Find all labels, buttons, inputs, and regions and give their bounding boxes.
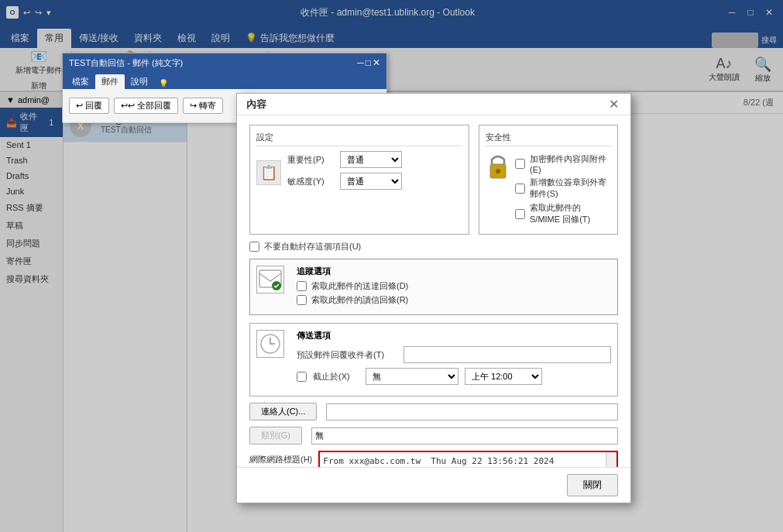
- inner-tab-mail[interactable]: 郵件: [95, 74, 125, 89]
- inner-dialog-controls: ─ □ ✕: [357, 57, 380, 68]
- tracking-section-label: 追蹤選項: [297, 266, 408, 277]
- expires-row: 截止於(X) 無 上午 12:00: [297, 368, 611, 385]
- modal-body: 設定 📋 重要性(P) 普通 低 高: [237, 115, 630, 467]
- smime-receipt-label: 索取此郵件的 S/MIME 回條(T): [530, 202, 611, 225]
- tracking-icon: [256, 266, 284, 293]
- modal-title-bar: 內容 ✕: [237, 94, 630, 115]
- reply-to-input[interactable]: [404, 346, 611, 363]
- inner-forward-btn[interactable]: ↪ 轉寄: [183, 98, 223, 114]
- scrollbar-track: [606, 452, 616, 467]
- contacts-categories-row: 連絡人(C)...: [249, 403, 618, 420]
- settings-title: 設定: [256, 132, 462, 146]
- encrypt-option: 加密郵件內容與附件(E): [515, 153, 611, 174]
- inner-dialog-title-bar: TEST自動回信 - 郵件 (純文字) ─ □ ✕: [63, 53, 386, 72]
- reply-to-label: 預設郵件回覆收件者(T): [297, 349, 397, 361]
- lock-icon: [486, 151, 510, 182]
- close-footer-button[interactable]: 關閉: [567, 474, 618, 496]
- smime-receipt-option: 索取此郵件的 S/MIME 回條(T): [515, 202, 611, 225]
- outlook-window: O ↩ ↪ ▾ 收件匣 - admin@test1.ublink.org - O…: [0, 0, 783, 532]
- internet-headers-row: 網際網路標題(H) From xxx@abc.com.tw Thu Aug 22…: [249, 451, 618, 467]
- modal-title: 內容: [246, 98, 266, 112]
- no-auto-save-label: 不要自動封存這個項目(U): [264, 241, 361, 252]
- delivery-section: 傳送選項 預設郵件回覆收件者(T) 截止於(X) 無: [249, 323, 618, 396]
- read-receipt-checkbox[interactable]: [297, 295, 307, 305]
- importance-icon: 📋: [256, 160, 281, 185]
- read-receipt-label: 索取此郵件的讀信回條(R): [311, 294, 408, 306]
- internet-headers-box: From xxx@abc.com.tw Thu Aug 22 13:56:21 …: [318, 451, 618, 467]
- settings-security-row: 設定 📋 重要性(P) 普通 低 高: [249, 125, 618, 235]
- delivery-receipt-label: 索取此郵件的送達回條(D): [311, 280, 408, 292]
- encrypt-checkbox[interactable]: [515, 159, 525, 169]
- contacts-button[interactable]: 連絡人(C)...: [249, 403, 317, 420]
- importance-label: 重要性(P): [287, 154, 334, 166]
- digital-sign-label: 新增數位簽章到外寄郵件(S): [530, 177, 611, 200]
- smime-receipt-checkbox[interactable]: [515, 209, 525, 219]
- categories-row: 類別(G): [249, 427, 618, 444]
- security-options: 加密郵件內容與附件(E) 新增數位簽章到外寄郵件(S) 索取此郵件的 S/MIM…: [515, 151, 611, 228]
- inner-close-btn[interactable]: ✕: [373, 57, 380, 68]
- inner-dialog-title-text: TEST自動回信 - 郵件 (純文字): [69, 57, 183, 69]
- no-auto-save-row: 不要自動封存這個項目(U): [249, 241, 618, 252]
- tracking-section: 追蹤選項 索取此郵件的送達回條(D) 索取此郵件的讀信回條(R): [249, 259, 618, 315]
- inner-maximize-btn[interactable]: □: [366, 57, 371, 68]
- expires-checkbox[interactable]: [297, 372, 307, 382]
- importance-field-row: 重要性(P) 普通 低 高: [287, 151, 462, 168]
- tracking-options: 追蹤選項 索取此郵件的送達回條(D) 索取此郵件的讀信回條(R): [297, 266, 408, 308]
- categories-input[interactable]: [311, 427, 618, 444]
- time-select[interactable]: 上午 12:00: [465, 368, 542, 385]
- inner-tab-file[interactable]: 檔案: [66, 74, 95, 89]
- encrypt-label: 加密郵件內容與附件(E): [530, 153, 611, 174]
- delivery-receipt-checkbox[interactable]: [297, 281, 307, 291]
- reply-all-icon: ↩↩: [121, 101, 135, 111]
- read-receipt-option: 索取此郵件的讀信回條(R): [297, 294, 408, 306]
- internet-headers-label: 網際網路標題(H): [249, 451, 312, 465]
- security-column: 安全性 加密郵件內容與附件(E): [479, 125, 618, 235]
- expires-select[interactable]: 無: [366, 368, 458, 385]
- categories-button[interactable]: 類別(G): [249, 427, 302, 444]
- inner-reply-btn[interactable]: ↩ 回覆: [69, 98, 109, 114]
- internet-headers-scroll[interactable]: From xxx@abc.com.tw Thu Aug 22 13:56:21 …: [323, 455, 613, 467]
- modal-close-button[interactable]: ✕: [606, 97, 621, 112]
- internet-headers-container: From xxx@abc.com.tw Thu Aug 22 13:56:21 …: [318, 451, 618, 467]
- contacts-input[interactable]: [326, 403, 618, 420]
- sensitivity-select[interactable]: 普通 個人 私人 機密: [340, 173, 402, 190]
- modal-footer: 關閉: [237, 467, 630, 503]
- settings-column: 設定 📋 重要性(P) 普通 低 高: [249, 125, 469, 235]
- no-auto-save-checkbox[interactable]: [249, 242, 259, 252]
- sensitivity-label: 敏感度(Y): [287, 176, 334, 187]
- delivery-section-label: 傳送選項: [297, 330, 611, 342]
- sensitivity-field-row: 敏感度(Y) 普通 個人 私人 機密: [287, 173, 462, 190]
- inner-minimize-btn[interactable]: ─: [357, 57, 364, 68]
- delivery-receipt-option: 索取此郵件的送達回條(D): [297, 280, 408, 292]
- svg-point-1: [496, 169, 500, 173]
- security-title: 安全性: [486, 132, 611, 146]
- internet-headers-content: From xxx@abc.com.tw Thu Aug 22 13:56:21 …: [323, 455, 610, 467]
- properties-dialog: 內容 ✕ 設定 📋 重要性(P): [236, 93, 631, 503]
- importance-row: 📋 重要性(P) 普通 低 高 敏感度(Y: [256, 151, 462, 194]
- digital-sign-option: 新增數位簽章到外寄郵件(S): [515, 177, 611, 200]
- importance-select[interactable]: 普通 低 高: [340, 151, 402, 168]
- delivery-icon: [256, 330, 284, 358]
- digital-sign-checkbox[interactable]: [515, 184, 525, 194]
- delivery-fields: 傳送選項 預設郵件回覆收件者(T) 截止於(X) 無: [297, 330, 611, 390]
- inner-ribbon-tabs: 檔案 郵件 說明 💡: [63, 72, 386, 89]
- reply-icon: ↩: [76, 101, 83, 111]
- inner-tell-me[interactable]: 💡: [154, 77, 173, 89]
- reply-to-row: 預設郵件回覆收件者(T): [297, 346, 611, 363]
- expires-label: 截止於(X): [313, 371, 359, 383]
- forward-icon: ↪: [190, 101, 197, 111]
- importance-fields: 重要性(P) 普通 低 高 敏感度(Y) 普通: [287, 151, 462, 194]
- inner-tab-help[interactable]: 說明: [125, 74, 154, 89]
- inner-reply-all-btn[interactable]: ↩↩ 全部回覆: [114, 98, 178, 114]
